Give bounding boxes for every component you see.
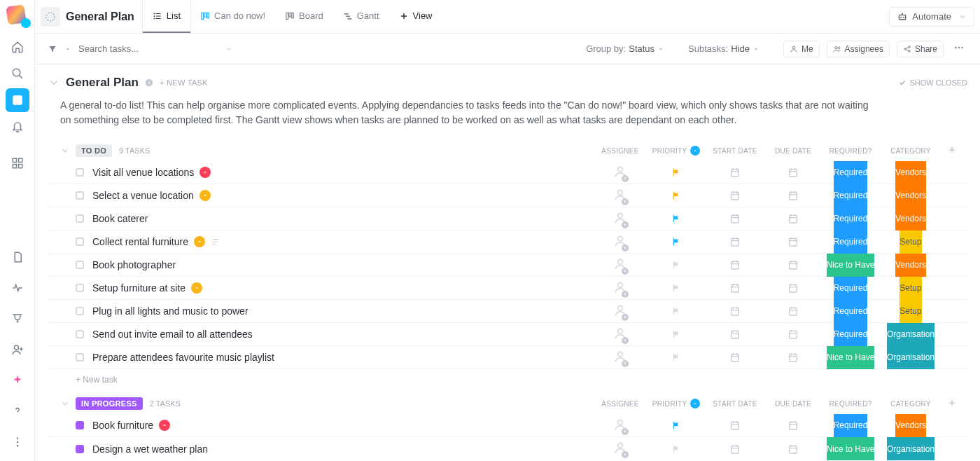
start-date-cell[interactable] — [704, 420, 766, 431]
task-status-toggle[interactable] — [76, 238, 84, 246]
task-title[interactable]: Visit all venue locations — [92, 167, 194, 178]
required-tag[interactable]: Required — [834, 230, 868, 254]
start-date-cell[interactable] — [704, 259, 766, 270]
category-tag[interactable]: Organisation — [887, 346, 934, 369]
task-title[interactable]: Prepare attendees favourite music playli… — [92, 352, 274, 363]
start-date-cell[interactable] — [704, 443, 766, 455]
priority-cell[interactable] — [648, 237, 704, 247]
category-tag[interactable]: Setup — [899, 230, 921, 254]
app-logo[interactable] — [7, 6, 28, 27]
assignee-cell[interactable] — [592, 257, 648, 273]
show-closed-toggle[interactable]: SHOW CLOSED — [898, 78, 967, 87]
task-title[interactable]: Plug in all lights and music to power — [92, 305, 248, 317]
nav-apps[interactable] — [6, 151, 29, 175]
task-row[interactable]: Collect rental furnitureRequiredSetup — [48, 230, 967, 254]
start-date-cell[interactable] — [704, 213, 766, 224]
task-status-toggle[interactable] — [76, 284, 84, 292]
due-date-cell[interactable] — [766, 213, 820, 224]
required-tag[interactable]: Nice to Have — [827, 346, 875, 369]
priority-cell[interactable] — [648, 444, 704, 454]
task-row[interactable]: Design a wet weather planNice to HaveOrg… — [48, 437, 967, 460]
category-tag[interactable]: Vendors — [895, 207, 926, 230]
nav-quick-add[interactable] — [6, 369, 29, 392]
assignee-cell[interactable] — [592, 165, 648, 181]
task-title[interactable]: Send out invite email to all attendees — [92, 329, 253, 340]
priority-cell[interactable] — [648, 306, 704, 316]
nav-goals[interactable] — [6, 307, 29, 331]
category-tag[interactable]: Organisation — [887, 437, 934, 460]
required-tag[interactable]: Required — [834, 277, 868, 300]
tab-list[interactable]: List — [143, 0, 190, 33]
col-due-date[interactable]: DUE DATE — [766, 147, 820, 155]
task-row[interactable]: Setup furniture at siteRequiredSetup — [48, 277, 967, 300]
due-date-cell[interactable] — [766, 352, 820, 363]
start-date-cell[interactable] — [704, 236, 766, 247]
due-date-cell[interactable] — [766, 329, 820, 340]
assignee-cell[interactable] — [592, 280, 648, 296]
nav-help[interactable] — [6, 399, 29, 423]
col-priority[interactable]: PRIORITY — [648, 399, 704, 408]
task-row[interactable]: Book catererRequiredVendors — [48, 207, 967, 230]
due-date-cell[interactable] — [766, 167, 820, 178]
task-row[interactable]: Book photographerNice to HaveVendors — [48, 254, 967, 277]
assignee-cell[interactable] — [592, 303, 648, 319]
task-row[interactable]: Book furnitureRequiredVendors — [48, 414, 967, 437]
group-by-select[interactable]: Group by: Status — [586, 43, 664, 54]
priority-cell[interactable] — [648, 283, 704, 293]
start-date-cell[interactable] — [704, 329, 766, 340]
list-title[interactable]: General Plan — [66, 76, 139, 90]
task-row[interactable]: Send out invite email to all attendeesRe… — [48, 323, 967, 346]
assignee-cell[interactable] — [592, 418, 648, 434]
task-title[interactable]: Design a wet weather plan — [92, 443, 208, 455]
col-start-date[interactable]: START DATE — [704, 147, 766, 155]
task-title[interactable]: Book caterer — [92, 213, 148, 224]
due-date-cell[interactable] — [766, 190, 820, 201]
required-tag[interactable]: Required — [834, 161, 868, 184]
collapse-icon[interactable] — [48, 76, 60, 89]
col-due-date[interactable]: DUE DATE — [766, 400, 820, 408]
col-start-date[interactable]: START DATE — [704, 400, 766, 408]
required-tag[interactable]: Nice to Have — [827, 437, 875, 460]
nav-more[interactable] — [6, 430, 29, 454]
task-status-toggle[interactable] — [76, 261, 84, 269]
nav-home[interactable] — [6, 35, 29, 59]
required-tag[interactable]: Required — [834, 207, 868, 230]
tab-can-do-now-[interactable]: Can do now! — [190, 0, 275, 33]
task-status-toggle[interactable] — [76, 330, 84, 338]
start-date-cell[interactable] — [704, 190, 766, 201]
priority-cell[interactable] — [648, 167, 704, 177]
start-date-cell[interactable] — [704, 352, 766, 363]
collapse-group-icon[interactable] — [60, 399, 70, 408]
caret-down-icon[interactable] — [64, 46, 71, 53]
priority-cell[interactable] — [648, 329, 704, 339]
col-assignee[interactable]: ASSIGNEE — [592, 147, 648, 155]
start-date-cell[interactable] — [704, 282, 766, 294]
due-date-cell[interactable] — [766, 236, 820, 247]
assignee-cell[interactable] — [592, 188, 648, 204]
automate-button[interactable]: Automate — [889, 7, 974, 27]
start-date-cell[interactable] — [704, 305, 766, 317]
task-row[interactable]: Select a venue locationRequiredVendors — [48, 184, 967, 207]
new-task-button[interactable]: + NEW TASK — [160, 78, 208, 87]
due-date-cell[interactable] — [766, 282, 820, 294]
category-tag[interactable]: Vendors — [895, 184, 926, 207]
assignee-cell[interactable] — [592, 326, 648, 343]
category-tag[interactable]: Vendors — [895, 414, 926, 437]
priority-cell[interactable] — [648, 191, 704, 200]
nav-invite[interactable] — [6, 338, 29, 362]
breadcrumb-list-icon[interactable] — [41, 7, 60, 27]
nav-search[interactable] — [6, 62, 29, 85]
category-tag[interactable]: Organisation — [887, 323, 934, 346]
assignee-cell[interactable] — [592, 234, 648, 250]
task-title[interactable]: Collect rental furniture — [92, 236, 188, 247]
add-view-button[interactable]: View — [389, 11, 442, 22]
task-status-toggle[interactable] — [76, 191, 84, 200]
breadcrumb-title[interactable]: General Plan — [66, 11, 134, 23]
me-filter-button[interactable]: Me — [783, 41, 820, 57]
nav-notifications[interactable] — [6, 115, 29, 139]
due-date-cell[interactable] — [766, 420, 820, 431]
task-status-toggle[interactable] — [76, 214, 84, 223]
task-status-toggle[interactable] — [76, 421, 84, 429]
category-tag[interactable]: Vendors — [895, 254, 926, 277]
task-title[interactable]: Select a venue location — [92, 190, 194, 201]
